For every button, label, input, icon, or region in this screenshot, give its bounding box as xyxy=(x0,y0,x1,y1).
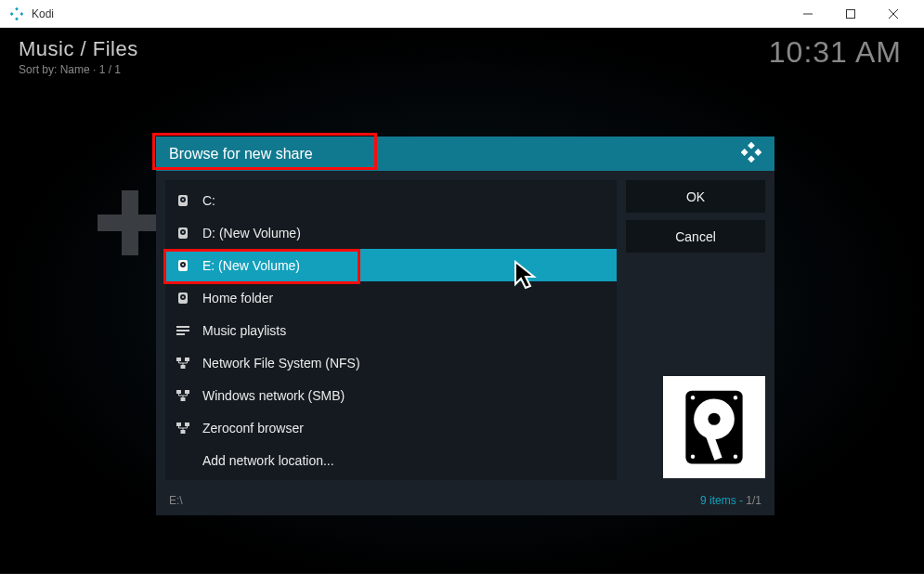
kodi-app: Music / Files Sort by: Name · 1 / 1 10:3… xyxy=(0,28,924,585)
svg-point-14 xyxy=(182,199,184,201)
drive-icon xyxy=(175,292,191,305)
bottom-mask xyxy=(0,574,924,585)
playlist-icon xyxy=(175,325,191,336)
network-icon xyxy=(175,422,191,434)
svg-rect-30 xyxy=(176,390,181,394)
dialog-body: C:D: (New Volume)E: (New Volume)Home fol… xyxy=(156,171,774,489)
source-list-item[interactable]: Add network location... xyxy=(165,444,617,476)
source-list-item-label: Home folder xyxy=(202,291,273,306)
clock: 10:31 AM xyxy=(769,35,902,70)
source-list-item[interactable]: Music playlists xyxy=(165,314,617,346)
browse-dialog: Browse for new share C:D: (New Volume)E:… xyxy=(156,136,774,515)
svg-rect-33 xyxy=(176,422,181,426)
window-controls xyxy=(787,0,915,28)
svg-point-38 xyxy=(708,413,720,425)
footer-count: 9 items - 1/1 xyxy=(700,494,761,507)
svg-rect-10 xyxy=(741,149,748,156)
source-list-item-label: Music playlists xyxy=(202,323,286,338)
svg-rect-8 xyxy=(748,142,755,150)
dialog-sidebar: OK Cancel xyxy=(626,180,765,480)
source-list: C:D: (New Volume)E: (New Volume)Home fol… xyxy=(165,180,617,480)
svg-point-40 xyxy=(691,396,695,399)
svg-rect-1 xyxy=(15,17,19,20)
add-source-plus-icon xyxy=(98,190,163,255)
svg-rect-34 xyxy=(185,422,189,426)
svg-rect-35 xyxy=(181,430,186,434)
source-list-item[interactable]: C: xyxy=(165,184,617,216)
source-list-item-label: D: (New Volume) xyxy=(202,226,301,240)
header-info: Music / Files Sort by: Name · 1 / 1 xyxy=(19,37,138,76)
source-list-item[interactable]: D: (New Volume) xyxy=(165,216,617,249)
svg-rect-5 xyxy=(847,9,855,18)
svg-rect-3 xyxy=(20,12,23,16)
source-list-item[interactable]: Windows network (SMB) xyxy=(165,379,617,411)
source-list-item-label: Windows network (SMB) xyxy=(202,388,345,403)
window-title: Kodi xyxy=(32,7,54,20)
ok-button[interactable]: OK xyxy=(626,180,765,213)
source-list-item-label: C: xyxy=(202,193,215,208)
svg-rect-9 xyxy=(748,155,755,162)
svg-rect-0 xyxy=(15,6,19,10)
svg-point-43 xyxy=(734,455,737,459)
svg-rect-27 xyxy=(176,358,181,361)
svg-point-17 xyxy=(182,231,184,233)
svg-point-42 xyxy=(691,455,695,459)
minimize-button[interactable] xyxy=(787,0,829,28)
source-list-item[interactable]: Zeroconf browser xyxy=(165,411,617,444)
kodi-logo-icon xyxy=(741,142,761,166)
svg-point-41 xyxy=(734,396,737,399)
drive-preview xyxy=(663,376,765,478)
source-list-item[interactable]: Home folder xyxy=(165,281,617,314)
cancel-button[interactable]: Cancel xyxy=(626,220,765,253)
network-icon xyxy=(175,390,191,401)
network-icon xyxy=(175,358,191,369)
source-list-item[interactable]: Network File System (NFS) xyxy=(165,346,617,379)
svg-rect-2 xyxy=(10,12,14,16)
drive-icon xyxy=(175,194,191,207)
svg-rect-29 xyxy=(181,365,186,369)
sort-line: Sort by: Name · 1 / 1 xyxy=(19,63,138,76)
breadcrumb: Music / Files xyxy=(19,37,138,61)
svg-rect-31 xyxy=(185,390,189,394)
hard-drive-icon xyxy=(682,386,747,468)
window-titlebar: Kodi xyxy=(0,0,924,28)
svg-rect-11 xyxy=(754,149,761,156)
svg-rect-28 xyxy=(185,358,189,361)
svg-rect-32 xyxy=(181,397,186,401)
source-list-item-label: E: (New Volume) xyxy=(202,258,300,273)
footer-path: E:\ xyxy=(169,494,183,507)
source-list-item-label: Zeroconf browser xyxy=(202,421,304,436)
svg-point-23 xyxy=(182,296,184,298)
source-list-item[interactable]: E: (New Volume) xyxy=(165,249,617,281)
close-button[interactable] xyxy=(872,0,915,28)
dialog-header: Browse for new share xyxy=(156,136,774,171)
svg-point-20 xyxy=(182,264,184,266)
dialog-title: Browse for new share xyxy=(169,146,313,162)
kodi-app-icon xyxy=(9,6,24,21)
drive-icon xyxy=(175,227,191,240)
dialog-footer: E:\ 9 items - 1/1 xyxy=(156,489,774,515)
source-list-item-label: Network File System (NFS) xyxy=(202,356,360,370)
maximize-button[interactable] xyxy=(829,0,872,28)
source-list-item-label: Add network location... xyxy=(202,453,334,468)
drive-icon xyxy=(175,259,191,272)
